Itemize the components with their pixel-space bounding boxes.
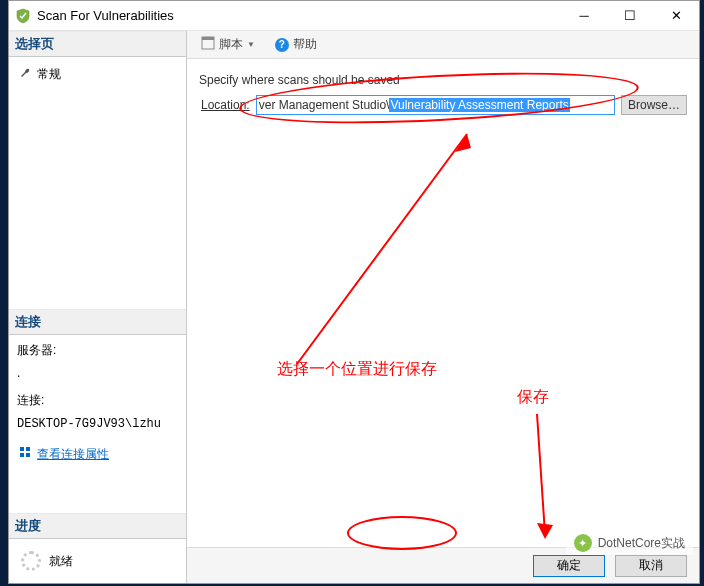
properties-icon — [19, 445, 31, 464]
annotation-text-save: 保存 — [517, 387, 549, 408]
watermark-text: DotNetCore实战 — [598, 535, 685, 552]
server-value: . — [17, 364, 178, 383]
wrench-icon — [19, 67, 31, 82]
annotation-text-main: 选择一个位置进行保存 — [277, 359, 437, 380]
location-path-prefix: ver Management Studio\ — [259, 98, 390, 112]
browse-button[interactable]: Browse… — [621, 95, 687, 115]
vulnerability-scan-dialog: Scan For Vulnerabilities ─ ☐ ✕ 选择页 常规 连接… — [8, 0, 700, 584]
sidebar: 选择页 常规 连接 服务器: . 连接: DESKTOP-7G9JV93\lzh… — [9, 31, 187, 583]
location-input[interactable]: ver Management Studio\Vulnerability Asse… — [256, 95, 615, 115]
connection-label: 连接: — [17, 391, 178, 410]
annotation-arrow-2 — [507, 409, 567, 549]
toolbar: 脚本 ▼ ? 帮助 — [187, 31, 699, 59]
svg-rect-1 — [26, 447, 30, 451]
svg-line-8 — [537, 414, 545, 534]
connection-value: DESKTOP-7G9JV93\lzhu — [17, 415, 178, 434]
help-icon: ? — [275, 38, 289, 52]
svg-line-6 — [297, 134, 467, 364]
close-button[interactable]: ✕ — [653, 1, 699, 31]
view-connection-properties-label: 查看连接属性 — [37, 445, 109, 464]
progress-header: 进度 — [9, 513, 186, 539]
script-label: 脚本 — [219, 36, 243, 53]
location-label: Location: — [201, 98, 250, 112]
titlebar[interactable]: Scan For Vulnerabilities ─ ☐ ✕ — [9, 1, 699, 31]
ok-button[interactable]: 确定 — [533, 555, 605, 577]
chevron-down-icon: ▼ — [247, 40, 255, 49]
server-label: 服务器: — [17, 341, 178, 360]
content-area: Specify where scans should be saved Loca… — [187, 59, 699, 547]
wechat-icon: ✦ — [574, 534, 592, 552]
annotation-arrow-1 — [267, 114, 487, 374]
progress-spinner-icon — [21, 551, 41, 571]
sidebar-item-general[interactable]: 常规 — [17, 63, 178, 86]
sidebar-item-label: 常规 — [37, 66, 61, 83]
window-title: Scan For Vulnerabilities — [37, 8, 561, 23]
maximize-button[interactable]: ☐ — [607, 1, 653, 31]
svg-marker-7 — [455, 134, 471, 152]
svg-rect-0 — [20, 447, 24, 451]
help-button[interactable]: ? 帮助 — [269, 34, 323, 55]
progress-status: 就绪 — [49, 553, 73, 570]
connection-header: 连接 — [9, 309, 186, 335]
select-page-header: 选择页 — [9, 31, 186, 57]
svg-rect-3 — [26, 453, 30, 457]
svg-rect-5 — [202, 37, 214, 40]
cancel-button[interactable]: 取消 — [615, 555, 687, 577]
svg-rect-2 — [20, 453, 24, 457]
minimize-button[interactable]: ─ — [561, 1, 607, 31]
main-panel: 脚本 ▼ ? 帮助 Specify where scans should be … — [187, 31, 699, 583]
instruction-text: Specify where scans should be saved — [199, 73, 687, 87]
script-icon — [201, 36, 215, 53]
location-path-selection: Vulnerability Assessment Reports — [389, 98, 569, 112]
svg-marker-9 — [537, 523, 553, 539]
help-label: 帮助 — [293, 36, 317, 53]
script-dropdown[interactable]: 脚本 ▼ — [195, 34, 261, 55]
shield-icon — [15, 8, 31, 24]
view-connection-properties[interactable]: 查看连接属性 — [17, 442, 178, 467]
watermark: ✦ DotNetCore实战 — [566, 531, 693, 555]
